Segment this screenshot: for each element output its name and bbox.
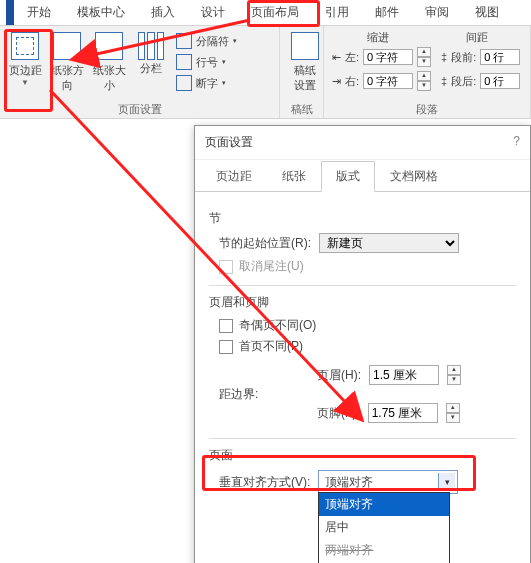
orientation-button[interactable]: 纸张方向: [46, 30, 88, 102]
tab-template[interactable]: 模板中心: [64, 0, 138, 25]
valign-label: 垂直对齐方式(V):: [219, 474, 310, 491]
indent-right-input[interactable]: [363, 73, 413, 89]
columns-button[interactable]: 分栏: [130, 30, 172, 102]
spacing-before-input[interactable]: [480, 49, 520, 65]
header-distance-input[interactable]: [369, 365, 439, 385]
footer-distance-spin[interactable]: ▲▼: [446, 403, 460, 423]
footer-distance-input[interactable]: [368, 403, 438, 423]
dlg-tab-paper[interactable]: 纸张: [267, 161, 321, 192]
ribbon-tabs: 开始 模板中心 插入 设计 页面布局 引用 邮件 审阅 视图: [0, 0, 531, 26]
tab-insert[interactable]: 插入: [138, 0, 188, 25]
suppress-endnotes-checkbox: 取消尾注(U): [209, 258, 516, 275]
tab-view[interactable]: 视图: [462, 0, 512, 25]
page-setup-dialog: 页面设置 ? 页边距 纸张 版式 文档网格 节 节的起始位置(R): 新建页 取…: [194, 125, 531, 563]
indent-right-label: 右:: [345, 74, 359, 89]
group-gaoben: 稿纸 设置 稿纸: [280, 26, 324, 118]
first-page-checkbox[interactable]: 首页不同(P): [209, 338, 516, 355]
valign-option-top[interactable]: 顶端对齐: [319, 493, 449, 516]
ribbon: 页边距 ▼ 纸张方向 纸张大小 分栏 分隔符▾ 行号▾ 断字▾ 页面设置: [0, 26, 531, 119]
section-start-label: 节的起始位置(R):: [219, 235, 311, 252]
indent-left-icon: ⇤: [332, 51, 341, 64]
checkbox-box: [219, 260, 233, 274]
indent-right-icon: ⇥: [332, 75, 341, 88]
line-numbers-icon: [176, 54, 192, 70]
file-tab-edge: [6, 0, 14, 25]
size-button[interactable]: 纸张大小: [88, 30, 130, 102]
dialog-body: 节 节的起始位置(R): 新建页 取消尾注(U) 页眉和页脚 奇偶页不同(O) …: [195, 192, 530, 563]
checkbox-box: [219, 340, 233, 354]
header-distance-label: 页眉(H):: [317, 367, 361, 384]
spacing-after-icon: ‡: [441, 75, 447, 87]
page-margins-button[interactable]: 页边距 ▼: [4, 30, 46, 102]
dialog-help-icon[interactable]: ?: [513, 134, 520, 151]
separator-label: 分隔符: [196, 34, 229, 49]
spacing-heading: 间距: [466, 30, 488, 45]
gaoben-label: 稿纸 设置: [294, 63, 316, 93]
group-gaoben-title: 稿纸: [280, 102, 323, 117]
hyphenation-label: 断字: [196, 76, 218, 91]
gaoben-icon: [291, 32, 319, 60]
group-paragraph-title: 段落: [324, 102, 530, 117]
footer-distance-label: 页脚(F):: [317, 405, 360, 422]
indent-left-spin[interactable]: ▲▼: [417, 47, 431, 67]
dialog-titlebar: 页面设置 ?: [195, 126, 530, 160]
indent-left-row: ⇤ 左: ▲▼ ‡ 段前:: [328, 45, 526, 69]
tab-design[interactable]: 设计: [188, 0, 238, 25]
valign-dropdown[interactable]: 顶端对齐 ▾ 顶端对齐 居中 两端对齐 底端对齐: [318, 470, 458, 494]
orientation-label: 纸张方向: [46, 63, 88, 93]
dlg-tab-grid[interactable]: 文档网格: [375, 161, 453, 192]
page-margin-icon: [11, 32, 39, 60]
dialog-tabs: 页边距 纸张 版式 文档网格: [195, 160, 530, 192]
valign-selected-value: 顶端对齐: [325, 474, 373, 491]
gaoben-button[interactable]: 稿纸 设置: [284, 30, 326, 102]
tab-review[interactable]: 审阅: [412, 0, 462, 25]
line-numbers-button[interactable]: 行号▾: [172, 53, 252, 71]
separator-button[interactable]: 分隔符▾: [172, 32, 252, 50]
indent-right-spin[interactable]: ▲▼: [417, 71, 431, 91]
suppress-endnotes-label: 取消尾注(U): [239, 258, 304, 275]
columns-label: 分栏: [140, 61, 162, 76]
orientation-icon: [53, 32, 81, 60]
page-heading: 页面: [209, 447, 516, 464]
hyphenation-icon: [176, 75, 192, 91]
group-paragraph: 缩进 间距 ⇤ 左: ▲▼ ‡ 段前: ⇥ 右: ▲▼ ‡ 段后: 段落: [324, 26, 531, 118]
section-heading: 节: [209, 210, 516, 227]
spacing-after-label: 段后:: [451, 74, 476, 89]
dlg-tab-margins[interactable]: 页边距: [201, 161, 267, 192]
valign-option-justify[interactable]: 两端对齐: [319, 539, 449, 562]
tab-start[interactable]: 开始: [14, 0, 64, 25]
tab-reference[interactable]: 引用: [312, 0, 362, 25]
separator-icon: [176, 33, 192, 49]
size-label: 纸张大小: [88, 63, 130, 93]
indent-left-input[interactable]: [363, 49, 413, 65]
page-margins-label: 页边距: [9, 63, 42, 78]
checkbox-box: [219, 319, 233, 333]
spacing-before-icon: ‡: [441, 51, 447, 63]
distance-label: 距边界:: [219, 386, 279, 403]
dialog-title: 页面设置: [205, 134, 253, 151]
indent-heading: 缩进: [367, 30, 389, 45]
size-icon: [95, 32, 123, 60]
hyphenation-button[interactable]: 断字▾: [172, 74, 252, 92]
odd-even-label: 奇偶页不同(O): [239, 317, 316, 334]
section-start-select[interactable]: 新建页: [319, 233, 459, 253]
header-distance-spin[interactable]: ▲▼: [447, 365, 461, 385]
group-page-setup-title: 页面设置: [0, 102, 279, 117]
valign-option-center[interactable]: 居中: [319, 516, 449, 539]
tab-layout[interactable]: 页面布局: [238, 0, 312, 25]
columns-icon: [138, 32, 164, 58]
group-page-setup: 页边距 ▼ 纸张方向 纸张大小 分栏 分隔符▾ 行号▾ 断字▾ 页面设置: [0, 26, 280, 118]
spacing-before-label: 段前:: [451, 50, 476, 65]
chevron-down-icon: ▾: [438, 473, 455, 491]
first-page-label: 首页不同(P): [239, 338, 303, 355]
headers-heading: 页眉和页脚: [209, 294, 516, 311]
tab-mail[interactable]: 邮件: [362, 0, 412, 25]
dlg-tab-layout[interactable]: 版式: [321, 161, 375, 192]
chevron-down-icon: ▼: [21, 78, 29, 87]
indent-right-row: ⇥ 右: ▲▼ ‡ 段后:: [328, 69, 526, 93]
valign-options-list: 顶端对齐 居中 两端对齐 底端对齐: [318, 492, 450, 563]
line-numbers-label: 行号: [196, 55, 218, 70]
indent-left-label: 左:: [345, 50, 359, 65]
spacing-after-input[interactable]: [480, 73, 520, 89]
odd-even-checkbox[interactable]: 奇偶页不同(O): [209, 317, 516, 334]
